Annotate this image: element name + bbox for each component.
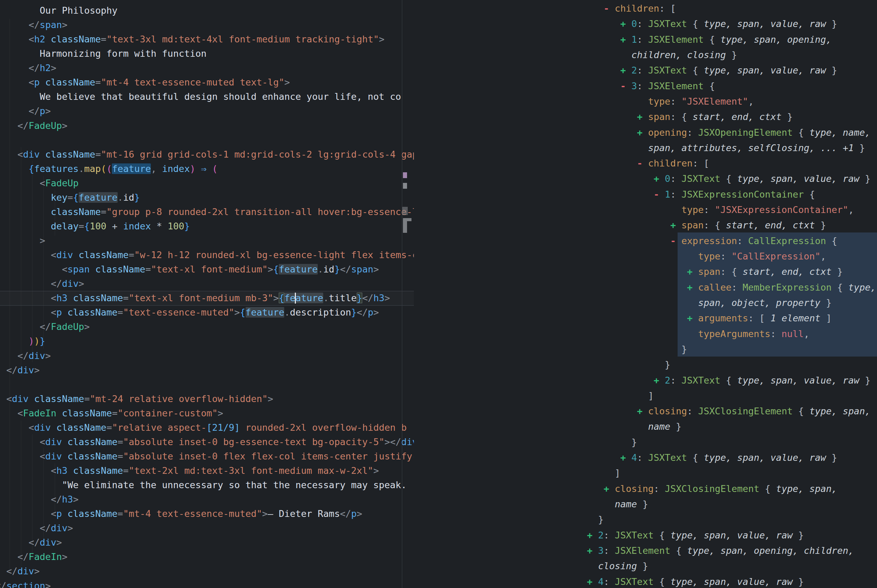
- expand-icon[interactable]: +: [687, 313, 693, 323]
- collapse-icon[interactable]: -: [670, 236, 676, 246]
- code-line[interactable]: <div className="absolute inset-0 bg-esse…: [0, 435, 414, 449]
- ast-node-line[interactable]: - children: [: [414, 1, 877, 16]
- ast-node-line[interactable]: + closing: JSXClosingElement { type, spa…: [414, 481, 877, 496]
- ast-node-line[interactable]: + span: { start, end, ctxt }: [414, 109, 877, 124]
- expand-icon[interactable]: +: [654, 375, 659, 386]
- expand-icon[interactable]: +: [620, 34, 626, 45]
- ast-node-line[interactable]: type: "JSXExpressionContainer",: [414, 202, 877, 218]
- ast-node-line[interactable]: + 1: JSXElement { type, span, opening,: [414, 32, 877, 47]
- ast-node-line[interactable]: + span: { start, end, ctxt }: [414, 218, 877, 233]
- code-line[interactable]: <p className="text-essence-muted">{featu…: [0, 305, 414, 320]
- collapse-icon[interactable]: -: [604, 3, 609, 14]
- code-line[interactable]: Our Philosophy: [0, 3, 414, 18]
- code-line[interactable]: </FadeIn>: [0, 550, 414, 564]
- ast-node-line[interactable]: - 1: JSXExpressionContainer {: [414, 187, 877, 202]
- ast-lines[interactable]: - children: [+ 0: JSXText { type, span, …: [414, 0, 877, 588]
- ast-node-line[interactable]: closing }: [414, 558, 877, 574]
- expand-icon[interactable]: +: [587, 545, 592, 556]
- code-line[interactable]: "We eliminate the unnecessary so that th…: [0, 478, 414, 492]
- code-line[interactable]: <p className="mt-4 text-essence-muted te…: [0, 75, 414, 90]
- ast-node-line[interactable]: type: "CallExpression",: [414, 249, 877, 264]
- expand-icon[interactable]: +: [637, 127, 642, 138]
- code-line[interactable]: className="group p-8 rounded-2xl transit…: [0, 205, 414, 219]
- code-line[interactable]: </h2>: [0, 61, 414, 75]
- code-line[interactable]: [0, 377, 414, 392]
- code-line[interactable]: </div>: [0, 521, 414, 536]
- code-line[interactable]: </div>: [0, 536, 414, 550]
- expand-icon[interactable]: +: [587, 576, 592, 587]
- ast-node-line[interactable]: ]: [414, 465, 877, 481]
- ast-node-line[interactable]: + 4: JSXText { type, span, value, raw }: [414, 450, 877, 465]
- collapse-icon[interactable]: -: [620, 81, 626, 91]
- ast-node-line[interactable]: + 0: JSXText { type, span, value, raw }: [414, 16, 877, 32]
- expand-icon[interactable]: +: [687, 266, 693, 277]
- ast-node-line[interactable]: - 3: JSXElement {: [414, 78, 877, 94]
- ast-node-line[interactable]: + closing: JSXClosingElement { type, spa…: [414, 404, 877, 419]
- ast-node-line[interactable]: }: [414, 357, 877, 372]
- ast-node-line[interactable]: + 2: JSXText { type, span, value, raw }: [414, 63, 877, 78]
- collapse-icon[interactable]: -: [654, 189, 659, 200]
- ast-node-line[interactable]: name }: [414, 419, 877, 434]
- code-line[interactable]: ))}: [0, 334, 414, 348]
- ast-node-line[interactable]: }: [414, 512, 877, 527]
- expand-icon[interactable]: +: [687, 282, 693, 292]
- code-line[interactable]: >: [0, 234, 414, 248]
- code-line[interactable]: key={feature.id}: [0, 190, 414, 205]
- code-line[interactable]: <FadeUp: [0, 176, 414, 190]
- ast-node-line[interactable]: - children: [: [414, 156, 877, 171]
- ast-node-line[interactable]: + opening: JSXOpeningElement { type, nam…: [414, 125, 877, 140]
- expand-icon[interactable]: +: [620, 452, 626, 463]
- code-line[interactable]: </p>: [0, 104, 414, 118]
- expand-icon[interactable]: +: [620, 18, 626, 29]
- ast-node-line[interactable]: + 0: JSXText { type, span, value, raw }: [414, 171, 877, 186]
- collapse-icon[interactable]: -: [637, 158, 642, 168]
- code-line[interactable]: </div>: [0, 564, 414, 578]
- ast-node-line[interactable]: ]: [414, 388, 877, 404]
- code-editor-pane[interactable]: Our Philosophy</span><h2 className="text…: [0, 0, 414, 588]
- ast-node-line[interactable]: span, object, property }: [414, 295, 877, 310]
- code-line[interactable]: </h3>: [0, 492, 414, 507]
- expand-icon[interactable]: +: [587, 530, 592, 540]
- code-line[interactable]: <p className="mt-4 text-essence-muted">—…: [0, 507, 414, 521]
- expand-icon[interactable]: +: [620, 65, 626, 75]
- code-line[interactable]: </FadeUp>: [0, 118, 414, 133]
- ast-node-line[interactable]: + callee: MemberExpression { type,: [414, 280, 877, 295]
- ast-node-line[interactable]: + 2: JSXText { type, span, value, raw }: [414, 373, 877, 388]
- code-line[interactable]: </div>: [0, 363, 414, 377]
- expand-icon[interactable]: +: [637, 406, 642, 416]
- code-line[interactable]: </span>: [0, 18, 414, 32]
- pane-divider[interactable]: [402, 0, 402, 588]
- ast-node-line[interactable]: + span: { start, end, ctxt }: [414, 264, 877, 279]
- code-line[interactable]: <div className="mt-24 relative overflow-…: [0, 392, 414, 406]
- ast-node-line[interactable]: type: "JSXElement",: [414, 94, 877, 109]
- code-line[interactable]: <FadeIn className="container-custom">: [0, 406, 414, 420]
- ast-node-line[interactable]: + 2: JSXText { type, span, value, raw }: [414, 528, 877, 543]
- code-line[interactable]: {features.map((feature, index) ⇒ (: [0, 162, 414, 176]
- ast-node-line[interactable]: - expression: CallExpression {: [414, 233, 877, 249]
- ast-node-line[interactable]: typeArguments: null,: [414, 326, 877, 342]
- code-line[interactable]: We believe that beautiful design should …: [0, 90, 414, 104]
- code-line[interactable]: <span className="text-xl font-medium">{f…: [0, 262, 414, 277]
- expand-icon[interactable]: +: [637, 111, 642, 122]
- ast-node-line[interactable]: + arguments: [ 1 element ]: [414, 310, 877, 326]
- ast-node-line[interactable]: + 3: JSXElement { type, span, opening, c…: [414, 543, 877, 558]
- expand-icon[interactable]: +: [654, 173, 659, 184]
- code-line[interactable]: </div>: [0, 349, 414, 363]
- ast-node-line[interactable]: }: [414, 342, 877, 357]
- ast-node-line[interactable]: + 4: JSXText { type, span, value, raw }: [414, 574, 877, 588]
- code-line[interactable]: </FadeUp>: [0, 320, 414, 334]
- ast-node-line[interactable]: name }: [414, 496, 877, 512]
- code-line[interactable]: <h3 className="text-2xl md:text-3xl font…: [0, 464, 414, 478]
- code-line[interactable]: </div>: [0, 277, 414, 291]
- code-line[interactable]: <div className="w-12 h-12 rounded-xl bg-…: [0, 248, 414, 262]
- code-line[interactable]: delay={100 + index * 100}: [0, 219, 414, 234]
- code-line[interactable]: Harmonizing form with function: [0, 46, 414, 61]
- expand-icon[interactable]: +: [670, 220, 676, 230]
- ast-node-line[interactable]: children, closing }: [414, 47, 877, 63]
- code-line[interactable]: <div className="relative aspect-[21/9] r…: [0, 420, 414, 435]
- code-line[interactable]: </section>: [0, 579, 414, 588]
- ast-node-line[interactable]: }: [414, 435, 877, 450]
- expand-icon[interactable]: +: [604, 483, 609, 494]
- code-line[interactable]: <div className="mt-16 grid grid-cols-1 m…: [0, 147, 414, 162]
- ast-node-line[interactable]: span, attributes, selfClosing, ... +1 }: [414, 140, 877, 156]
